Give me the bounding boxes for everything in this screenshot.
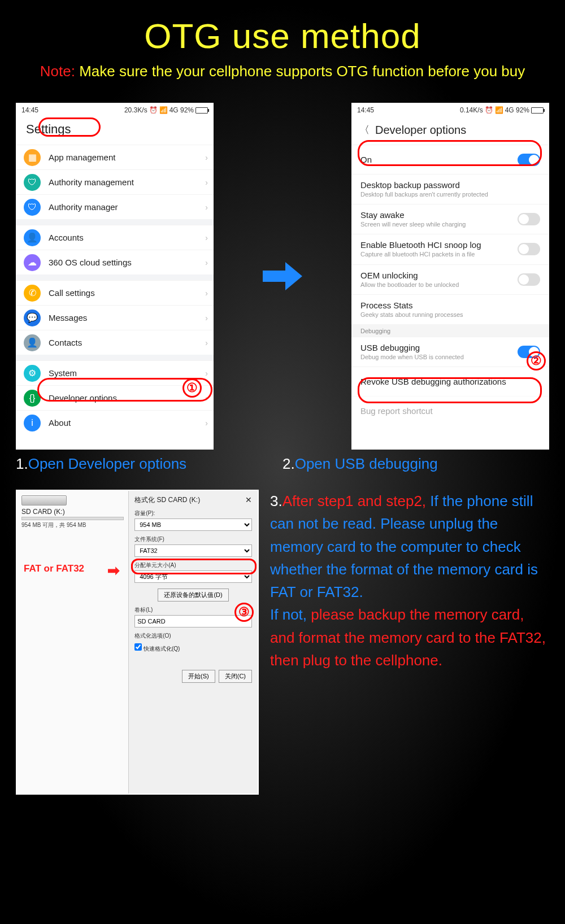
- row-icon: i: [24, 415, 41, 432]
- capacity-select[interactable]: 954 MB: [134, 518, 252, 531]
- page-title: OTG use method: [0, 0, 565, 56]
- list-item[interactable]: 👤Accounts›: [16, 225, 214, 250]
- row-icon: 🛡: [24, 174, 41, 191]
- back-row[interactable]: 〈 Developer options: [351, 117, 549, 145]
- row-icon: ▦: [24, 149, 41, 166]
- row-icon: {}: [24, 390, 41, 407]
- dev-sub: Debug mode when USB is connected: [360, 354, 518, 361]
- row-label: 360 OS cloud settings: [49, 258, 205, 267]
- status-bar: 14:45 20.3K/s ⏰ 📶 4G 92%: [16, 103, 214, 117]
- dev-item[interactable]: USB debuggingDebug mode when USB is conn…: [351, 337, 549, 367]
- chevron-icon: ›: [205, 153, 208, 162]
- toggle[interactable]: [518, 154, 540, 166]
- dev-label: Enable Bluetooth HCI snoop log: [360, 240, 518, 250]
- dev-label: OEM unlocking: [360, 271, 518, 280]
- right-arrow-icon: [260, 259, 305, 293]
- row-icon: 👤: [24, 229, 41, 246]
- chevron-icon: ›: [205, 233, 208, 242]
- chevron-icon: ›: [205, 258, 208, 267]
- chevron-icon: ›: [205, 178, 208, 187]
- start-button[interactable]: 开始(S): [182, 670, 215, 683]
- note-line: Note: Make sure the your cellphone suppo…: [0, 63, 565, 80]
- row-icon: 💬: [24, 310, 41, 326]
- drive-sub: 954 MB 可用，共 954 MB: [21, 521, 124, 529]
- dev-label: Process Stats: [360, 300, 540, 310]
- row-icon: ⚙: [24, 365, 41, 382]
- row-icon: 🛡: [24, 199, 41, 216]
- chevron-icon: ›: [205, 419, 208, 428]
- developer-screenshot: 14:45 0.14K/s ⏰ 📶 4G 92% 〈 Developer opt…: [351, 103, 549, 450]
- row-icon: ☁: [24, 254, 41, 271]
- row-label: Developer options: [49, 393, 205, 403]
- dev-item[interactable]: Stay awakeScreen will never sleep while …: [351, 204, 549, 234]
- list-item[interactable]: 🛡Authority manager›: [16, 194, 214, 219]
- drive-icon: [21, 495, 67, 505]
- list-item[interactable]: 💬Messages›: [16, 305, 214, 330]
- list-item[interactable]: ⚙System›: [16, 360, 214, 385]
- dev-item[interactable]: Desktop backup passwordDesktop full back…: [351, 174, 549, 204]
- restore-button[interactable]: 还原设备的默认值(D): [158, 589, 228, 602]
- chevron-icon: ›: [205, 313, 208, 322]
- list-item[interactable]: ▦App management›: [16, 145, 214, 169]
- fat-label: FAT or FAT32: [24, 563, 84, 574]
- dev-item[interactable]: Process StatsGeeky stats about running p…: [351, 294, 549, 324]
- list-item[interactable]: 🛡Authority management›: [16, 169, 214, 194]
- opts-label: 格式化选项(O): [134, 632, 252, 640]
- note-label: Note:: [40, 63, 75, 80]
- dev-item[interactable]: Bug report shortcut: [351, 396, 549, 425]
- fs-label: 文件系统(F): [134, 535, 252, 543]
- au-select[interactable]: 4096 字节: [134, 570, 252, 583]
- dev-item[interactable]: On: [351, 145, 549, 174]
- step3-text: 3.After step1 and step2, If the phone st…: [270, 490, 549, 795]
- list-item[interactable]: {}Developer options›: [16, 385, 214, 410]
- settings-screenshot: 14:45 20.3K/s ⏰ 📶 4G 92% Settings ▦App m…: [16, 103, 214, 450]
- fs-select[interactable]: FAT32: [134, 544, 252, 557]
- arrow-icon: ➡: [107, 562, 120, 579]
- au-label: 分配单元大小(A): [134, 561, 252, 569]
- battery-icon: [195, 107, 208, 114]
- chevron-icon: ›: [205, 394, 208, 403]
- net-speed: 0.14K/s: [460, 106, 483, 114]
- close-button[interactable]: 关闭(C): [219, 670, 252, 683]
- dev-item[interactable]: Enable Bluetooth HCI snoop logCapture al…: [351, 234, 549, 264]
- quick-checkbox[interactable]: [134, 643, 142, 651]
- clock: 14:45: [357, 106, 374, 114]
- caption-2: 2.Open USB debugging: [282, 455, 549, 473]
- list-item[interactable]: 👤Contacts›: [16, 330, 214, 355]
- net-speed: 20.3K/s: [124, 106, 147, 114]
- format-screenshot: SD CARD (K:) 954 MB 可用，共 954 MB ✕ 格式化 SD…: [16, 490, 259, 795]
- vol-input[interactable]: [134, 615, 252, 627]
- row-label: Authority management: [49, 177, 205, 187]
- dev-label: Bug report shortcut: [360, 406, 540, 416]
- net-badge: 4G 92%: [169, 106, 194, 114]
- toggle[interactable]: [518, 273, 540, 286]
- toggle[interactable]: [518, 213, 540, 225]
- dev-sub: Allow the bootloader to be unlocked: [360, 281, 518, 289]
- dev-label: USB debugging: [360, 343, 518, 352]
- chevron-icon: ›: [205, 203, 208, 212]
- row-label: Accounts: [49, 233, 205, 242]
- toggle[interactable]: [518, 243, 540, 255]
- clock: 14:45: [21, 106, 38, 114]
- row-label: Authority manager: [49, 202, 205, 212]
- dev-item[interactable]: OEM unlockingAllow the bootloader to be …: [351, 264, 549, 294]
- row-label: System: [49, 368, 205, 378]
- chevron-icon: ›: [205, 338, 208, 347]
- list-item[interactable]: iAbout›: [16, 410, 214, 435]
- section-debugging: Debugging: [351, 324, 549, 337]
- list-item[interactable]: ☁360 OS cloud settings›: [16, 250, 214, 274]
- row-label: Messages: [49, 313, 205, 322]
- signal-icon: 📶: [159, 106, 168, 114]
- toggle[interactable]: [518, 346, 540, 358]
- status-bar: 14:45 0.14K/s ⏰ 📶 4G 92%: [351, 103, 549, 117]
- row-label: About: [49, 418, 205, 428]
- close-icon[interactable]: ✕: [245, 495, 252, 504]
- alarm-icon: ⏰: [485, 106, 493, 114]
- dev-item[interactable]: Revoke USB debugging authorizations: [351, 367, 549, 396]
- dev-header: Developer options: [375, 124, 466, 137]
- signal-icon: 📶: [495, 106, 503, 114]
- list-item[interactable]: ✆Call settings›: [16, 280, 214, 305]
- row-label: Contacts: [49, 338, 205, 347]
- back-icon: 〈: [359, 123, 370, 137]
- settings-header: Settings: [16, 117, 214, 145]
